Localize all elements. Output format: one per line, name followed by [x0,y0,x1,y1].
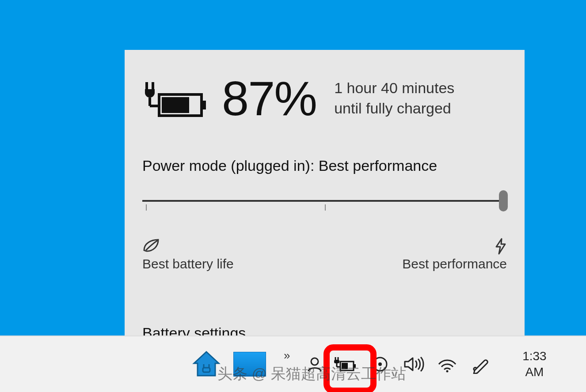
slider-labels-row: Best battery life Best performance [142,238,507,271]
battery-remaining: 1 hour 40 minutes until fully charged [334,78,454,119]
tray-volume-icon[interactable] [403,352,424,376]
battery-charging-icon [142,79,209,118]
desktop-thumbnail-icon [233,352,266,377]
taskbar-apps [190,348,266,381]
svg-rect-17 [354,364,356,368]
remaining-line-2: until fully charged [334,98,454,119]
svg-rect-13 [334,360,339,363]
leaf-icon [142,238,234,254]
tray-location-icon[interactable] [369,352,391,376]
svg-point-21 [446,370,449,373]
taskbar-clock[interactable]: 1:33 AM [514,348,555,381]
slider-tick [146,204,147,211]
desktop-background: 87% 1 hour 40 minutes until fully charge… [0,0,586,392]
battery-flyout: 87% 1 hour 40 minutes until fully charge… [125,50,525,355]
slider-end-right: Best performance [402,238,507,271]
slider-tick [325,204,326,211]
clock-time: 1:33 AM [514,348,555,381]
svg-point-20 [378,362,382,366]
battery-header: 87% 1 hour 40 minutes until fully charge… [142,70,507,126]
tray-people-icon[interactable] [304,352,325,376]
svg-rect-6 [162,97,189,113]
svg-rect-5 [202,101,206,109]
slider-track [142,200,507,202]
tray-pen-icon[interactable] [470,352,491,376]
remaining-line-1: 1 hour 40 minutes [334,78,454,98]
taskbar: » [0,335,586,392]
svg-rect-18 [342,363,348,369]
tray-wifi-icon[interactable] [437,352,458,376]
slider-thumb[interactable] [499,190,508,211]
power-mode-slider[interactable] [142,196,507,222]
svg-point-10 [311,358,318,365]
battery-percent: 87% [222,70,316,126]
slider-end-left: Best battery life [142,238,234,271]
lightning-icon [402,238,507,254]
power-mode-label: Power mode (plugged in): Best performanc… [142,157,507,174]
taskbar-app-desktop[interactable] [233,348,266,381]
system-tray: » [284,348,586,381]
slider-right-label: Best performance [402,256,507,271]
tray-battery-icon[interactable] [333,352,357,376]
slider-left-label: Best battery life [142,256,234,271]
tray-overflow-button[interactable]: » [284,349,290,362]
taskbar-app-home[interactable] [190,348,223,381]
